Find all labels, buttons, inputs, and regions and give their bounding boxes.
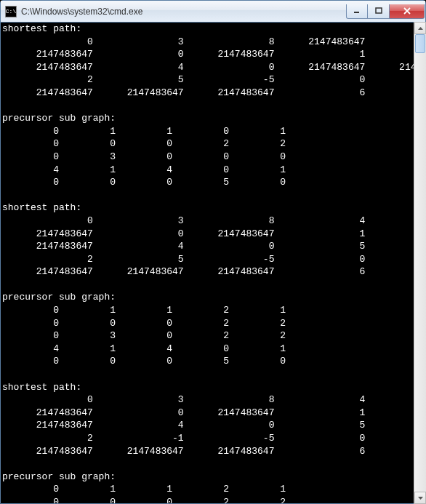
titlebar[interactable]: C:\ C:\Windows\system32\cmd.exe <box>1 1 425 23</box>
cmd-window: C:\ C:\Windows\system32\cmd.exe shortest… <box>0 0 426 504</box>
chevron-up-icon <box>418 27 423 30</box>
console-output: shortest path: 0 3 8 2147483647 -4 21474… <box>1 23 425 503</box>
window-title: C:\Windows\system32\cmd.exe <box>21 7 346 17</box>
close-button[interactable] <box>390 4 425 19</box>
scroll-up-button[interactable] <box>414 22 426 34</box>
window-controls <box>346 4 425 19</box>
svg-rect-0 <box>354 12 359 13</box>
chevron-down-icon <box>418 497 423 500</box>
scroll-track[interactable] <box>414 34 426 492</box>
maximize-button[interactable] <box>368 4 390 19</box>
minimize-icon <box>353 7 361 15</box>
minimize-button[interactable] <box>346 4 368 19</box>
cmd-icon: C:\ <box>5 6 17 17</box>
close-icon <box>403 7 411 15</box>
scroll-down-button[interactable] <box>414 492 426 504</box>
svg-rect-1 <box>376 8 382 13</box>
vertical-scrollbar[interactable] <box>414 22 426 504</box>
scroll-thumb[interactable] <box>415 34 425 53</box>
maximize-icon <box>375 7 382 15</box>
